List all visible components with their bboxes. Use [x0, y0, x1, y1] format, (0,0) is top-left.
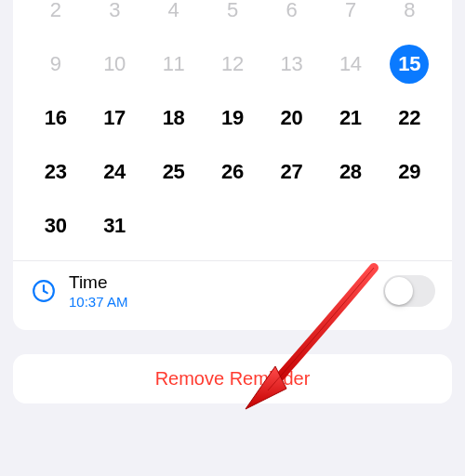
calendar-cell	[144, 206, 203, 245]
calendar-day[interactable]: 6	[272, 0, 311, 30]
calendar-cell: 11	[144, 45, 203, 84]
time-row[interactable]: Time 10:37 AM	[13, 260, 452, 321]
calendar-cell: 30	[26, 206, 85, 245]
calendar-day[interactable]: 10	[95, 45, 134, 84]
calendar-cell: 24	[85, 152, 143, 192]
calendar-card: 2345678910111213141516171819202122232425…	[13, 0, 452, 330]
calendar-cell: 10	[85, 45, 143, 84]
calendar-day[interactable]: 20	[272, 99, 311, 138]
calendar-cell	[380, 206, 439, 245]
calendar-day[interactable]: 8	[390, 0, 429, 30]
calendar-day[interactable]: 25	[154, 152, 193, 192]
calendar-day[interactable]: 18	[154, 99, 193, 138]
calendar-cell: 20	[262, 99, 321, 138]
remove-reminder-label: Remove Reminder	[155, 368, 311, 389]
calendar-day[interactable]: 12	[213, 45, 252, 84]
time-label: Time	[69, 272, 383, 293]
time-value: 10:37 AM	[69, 294, 383, 310]
calendar-cell: 19	[203, 99, 261, 138]
calendar-cell	[321, 206, 379, 245]
calendar-cell: 22	[380, 99, 439, 138]
calendar-day-selected[interactable]: 15	[390, 45, 429, 84]
calendar-day[interactable]: 31	[95, 206, 134, 245]
calendar-cell: 7	[321, 0, 379, 30]
calendar-cell: 16	[26, 99, 85, 138]
calendar-cell: 14	[321, 45, 379, 84]
calendar-day[interactable]: 21	[331, 99, 370, 138]
calendar-cell: 15	[380, 45, 439, 84]
calendar-cell: 27	[262, 152, 321, 192]
calendar-day[interactable]: 26	[213, 152, 252, 192]
calendar-cell: 29	[380, 152, 439, 192]
calendar-day[interactable]: 23	[36, 152, 75, 192]
calendar-cell: 3	[85, 0, 143, 30]
calendar-cell: 21	[321, 99, 379, 138]
calendar-cell: 23	[26, 152, 85, 192]
calendar-day[interactable]: 17	[95, 99, 134, 138]
calendar-grid: 2345678910111213141516171819202122232425…	[26, 0, 439, 260]
calendar-day[interactable]: 16	[36, 99, 75, 138]
calendar-day[interactable]: 29	[390, 152, 429, 192]
calendar-cell: 25	[144, 152, 203, 192]
calendar-cell: 5	[203, 0, 261, 30]
calendar-cell: 26	[203, 152, 261, 192]
calendar-cell: 18	[144, 99, 203, 138]
calendar-day[interactable]: 7	[331, 0, 370, 30]
calendar-day[interactable]: 2	[36, 0, 75, 30]
time-text: Time 10:37 AM	[69, 272, 383, 310]
calendar-cell: 12	[203, 45, 261, 84]
calendar-day[interactable]: 13	[272, 45, 311, 84]
calendar-day[interactable]: 3	[95, 0, 134, 30]
calendar-day[interactable]: 19	[213, 99, 252, 138]
calendar-cell: 4	[144, 0, 203, 30]
calendar-cell	[203, 206, 261, 245]
calendar-day[interactable]: 14	[331, 45, 370, 84]
clock-icon	[30, 277, 58, 305]
calendar-day[interactable]: 5	[213, 0, 252, 30]
calendar-day[interactable]: 24	[95, 152, 134, 192]
calendar-cell: 13	[262, 45, 321, 84]
calendar-cell: 17	[85, 99, 143, 138]
calendar-cell: 28	[321, 152, 379, 192]
remove-reminder-button[interactable]: Remove Reminder	[13, 354, 452, 403]
calendar-day[interactable]: 28	[331, 152, 370, 192]
calendar-cell: 6	[262, 0, 321, 30]
calendar-cell: 8	[380, 0, 439, 30]
calendar-day[interactable]: 11	[154, 45, 193, 84]
calendar-day[interactable]: 30	[36, 206, 75, 245]
calendar-cell: 31	[85, 206, 143, 245]
calendar-day[interactable]: 22	[390, 99, 429, 138]
calendar-day[interactable]: 9	[36, 45, 75, 84]
calendar-cell	[262, 206, 321, 245]
calendar-day[interactable]: 4	[154, 0, 193, 30]
toggle-knob	[385, 277, 413, 305]
time-toggle[interactable]	[383, 275, 435, 307]
calendar-day[interactable]: 27	[272, 152, 311, 192]
calendar-cell: 2	[26, 0, 85, 30]
calendar-cell: 9	[26, 45, 85, 84]
